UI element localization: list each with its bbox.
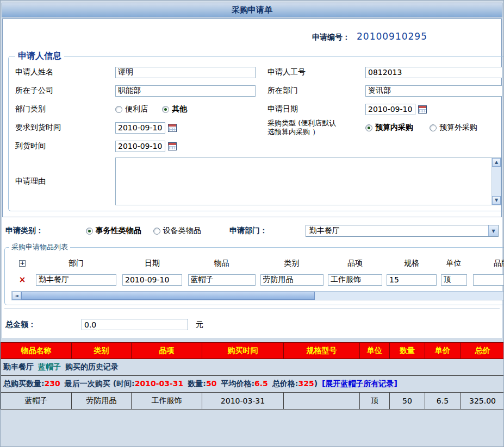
total-amount-input[interactable] [82, 319, 188, 330]
required-date-input[interactable] [115, 122, 165, 134]
col-item-header: 物品 [185, 259, 258, 268]
radio-dot-icon [153, 228, 160, 235]
history-title-item: 蓝帽子 [38, 362, 61, 371]
calendar-icon[interactable] [168, 124, 177, 132]
items-table-header: + 部门 日期 物品 类别 品项 规格 单位 品牌 [11, 255, 504, 272]
history-cell-price: 6.5 [425, 393, 461, 410]
scroll-up-button[interactable]: ▲ [492, 158, 501, 167]
dept-type-radio-convenience-store[interactable]: 便利店 [115, 104, 148, 114]
row-depttype-applydate: 部门类别 便利店 其他 申请日期 [12, 100, 502, 118]
row-arrivaldate: 到货时间 [12, 137, 502, 155]
history-col-spec: 规格型号 [284, 343, 360, 359]
calendar-icon[interactable] [418, 105, 427, 114]
row-reason: 申请理由 ▲ ▼ [12, 158, 502, 205]
dept-type-radio-other[interactable]: 其他 [162, 104, 187, 114]
history-summary-row: 总购买数量:230最后一次购买 (时间:2010-03-31数量:50平均价格:… [1, 376, 504, 393]
items-table: + 部门 日期 物品 类别 品项 规格 单位 品牌 × [8, 253, 504, 300]
applicant-name-input[interactable] [115, 67, 256, 78]
summary-total-price-label: 总价格: [272, 379, 298, 388]
application-number-label: 申请编号： [312, 33, 350, 42]
apply-date-input[interactable] [365, 104, 415, 115]
apply-dept-selected-value: 勤丰餐厅 [309, 226, 340, 236]
history-col-total: 总价 [461, 343, 504, 359]
delete-row-icon[interactable]: × [19, 276, 26, 284]
history-title-row: 勤丰餐厅蓝帽子购买的历史记录 [1, 359, 504, 376]
window-title-bar: 采购申请单 [2, 3, 502, 17]
apply-dept-label: 申请部门： [229, 226, 306, 236]
col-dept-header: 部门 [33, 259, 119, 268]
summary-close-paren: ) [314, 379, 318, 388]
dept-type-option1-label: 便利店 [125, 104, 148, 114]
history-title-dept: 勤丰餐厅 [3, 362, 34, 371]
reason-textarea-box: ▲ ▼ [115, 158, 501, 205]
purchase-type-label-line1: 采购类型 (便利店默认 [267, 119, 336, 127]
reason-input[interactable] [116, 158, 491, 205]
purchase-type-radio-in-budget[interactable]: 预算内采购 [365, 123, 413, 133]
item-spec-input[interactable] [387, 274, 437, 286]
subsidiary-input[interactable] [115, 85, 256, 97]
summary-total-qty-label: 总购买数量: [3, 379, 45, 388]
employee-no-label: 申请人工号 [267, 67, 365, 77]
expand-all-icon[interactable]: + [19, 260, 26, 267]
history-cell-buytime: 2010-03-31 [202, 393, 284, 410]
items-list-legend: 采购申请物品列表 [9, 242, 70, 252]
category-radio-office-items[interactable]: 事务性类物品 [86, 226, 141, 236]
category-radio-equipment-items[interactable]: 设备类物品 [153, 226, 201, 236]
col-unit-header: 单位 [439, 259, 469, 268]
purchase-type-radio-out-budget[interactable]: 预算外采购 [430, 123, 477, 133]
history-col-product: 品项 [132, 343, 202, 359]
required-date-label: 要求到货时间 [12, 123, 115, 133]
summary-avg-price-label: 平均价格: [221, 379, 254, 388]
item-unit-input[interactable] [441, 274, 467, 286]
item-product-input[interactable] [328, 274, 382, 286]
purchase-type-label-line2: 选预算内采购 ） [267, 128, 319, 136]
scroll-left-button[interactable]: ◄ [12, 292, 21, 300]
row-subsidiary-dept: 所在子公司 所在部门 [12, 81, 502, 100]
expand-all-records-link[interactable]: [展开蓝帽子所有记录] [322, 379, 397, 388]
scrollbar-thumb[interactable] [21, 292, 315, 300]
application-number-value: 20100910295 [357, 31, 427, 42]
summary-last-buy-label: 最后一次购买 (时间: [65, 379, 135, 388]
scroll-down-button[interactable]: ▼ [492, 196, 501, 205]
history-col-item: 物品名称 [1, 343, 72, 359]
items-table-row: × [11, 272, 504, 288]
radio-dot-icon [430, 124, 437, 131]
history-cell-qty: 50 [390, 393, 425, 410]
purchase-type-option2-label: 预算外采购 [439, 123, 477, 133]
summary-qty-label: 数量: [188, 379, 206, 388]
item-brand-input[interactable] [473, 274, 504, 286]
history-col-buytime: 购买时间 [202, 343, 284, 359]
calendar-icon[interactable] [168, 142, 177, 150]
item-dept-input[interactable] [36, 274, 116, 286]
item-category-input[interactable] [260, 274, 323, 286]
applicant-info-legend: 申请人信息 [15, 51, 64, 62]
col-brand-header: 品牌 [469, 259, 504, 268]
total-amount-unit: 元 [196, 320, 203, 330]
radio-dot-icon [86, 228, 93, 235]
summary-last-buy-date: 2010-03-31 [135, 379, 184, 388]
apply-category-radios: 事务性类物品 设备类物品 [86, 226, 229, 236]
row-name-empno: 申请人姓名 申请人工号 [12, 63, 502, 81]
vertical-scrollbar[interactable]: ▲ ▼ [491, 158, 501, 205]
application-number-row: 申请编号： 20100910295 [7, 31, 497, 46]
arrival-date-label: 到货时间 [12, 141, 115, 151]
history-cell-category: 劳防用品 [72, 393, 132, 410]
items-list-section: 采购申请物品列表 + 部门 日期 物品 类别 品项 规格 单位 品牌 × [4, 242, 504, 305]
item-date-input[interactable] [122, 274, 182, 286]
purchase-type-option1-label: 预算内采购 [375, 123, 413, 133]
col-spec-header: 规格 [384, 259, 439, 268]
col-product-header: 品项 [326, 259, 384, 268]
total-amount-row: 总金额： 元 [3, 309, 501, 338]
employee-no-input[interactable] [365, 67, 502, 78]
horizontal-scrollbar[interactable]: ◄ ► [11, 291, 504, 300]
main-form-panel: 申请编号： 20100910295 申请人信息 申请人姓名 申请人工号 所在子公… [2, 18, 502, 217]
apply-date-label: 申请日期 [267, 104, 365, 114]
apply-dept-select[interactable]: 勤丰餐厅 ▼ [306, 225, 499, 237]
department-input[interactable] [365, 85, 502, 97]
apply-category-label: 申请类别： [5, 226, 86, 236]
dept-type-label: 部门类别 [12, 104, 115, 114]
item-name-input[interactable] [188, 274, 256, 286]
history-cell-product: 工作服饰 [132, 393, 202, 410]
arrival-date-input[interactable] [115, 141, 165, 152]
col-date-header: 日期 [119, 259, 185, 268]
